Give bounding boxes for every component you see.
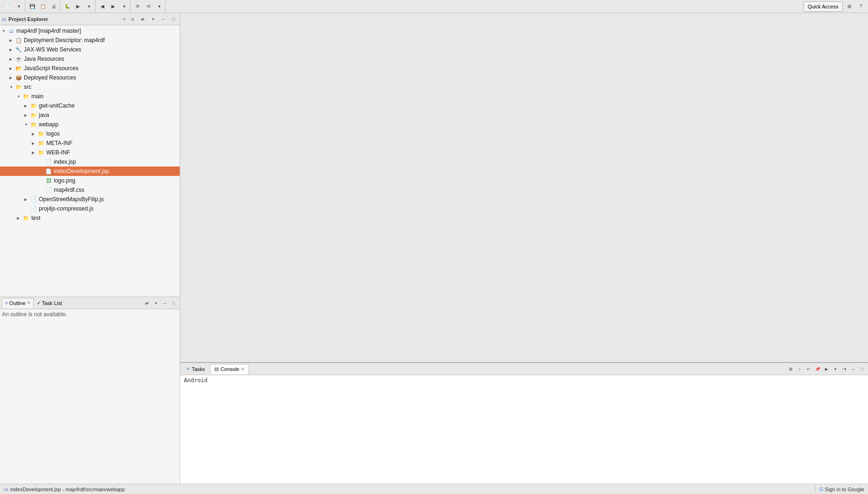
console-maximize[interactable]: □: [858, 365, 866, 373]
outline-minimize[interactable]: ─: [160, 299, 169, 307]
tab-outline[interactable]: ≡ Outline ✕: [2, 298, 34, 308]
arrow-map4rdf: ▼: [2, 29, 7, 33]
tab-console[interactable]: ▤ Console ✕: [210, 364, 249, 374]
project-explorer-header: 🗂 Project Explorer ✕ ⇲ ⇄ ▾ ─ □: [0, 13, 180, 25]
console-open-file[interactable]: ▶: [822, 365, 831, 373]
status-right: G Sign in to Google: [815, 486, 864, 493]
tree-item-map4rdf[interactable]: ▼ 🗂 map4rdf [map4rdf master]: [0, 26, 180, 36]
tree-item-openstreet[interactable]: ▶ 📄 OpenStreetMapsByFilip.js: [0, 195, 180, 204]
status-divider: [815, 486, 816, 493]
arrow-indexdev-jsp: [39, 169, 45, 174]
back-button[interactable]: ◀: [97, 1, 108, 12]
arrow-java: ▶: [24, 113, 30, 117]
tree-item-meta-inf[interactable]: ▶ 📁 META-INF: [0, 138, 180, 148]
label-proj4js: proj4js-compressed.js: [39, 205, 94, 212]
tree-item-java[interactable]: ▶ 📁 java: [0, 110, 180, 120]
print-button[interactable]: 🖨: [49, 1, 59, 12]
save-button[interactable]: 💾: [27, 1, 37, 12]
console-dropdown[interactable]: ▾: [831, 365, 839, 373]
console-clear-button[interactable]: ⊠: [787, 365, 795, 373]
console-scroll-lock[interactable]: ↕: [795, 365, 804, 373]
tree-item-test[interactable]: ▶ 📁 test: [0, 213, 180, 223]
left-panel: 🗂 Project Explorer ✕ ⇲ ⇄ ▾ ─ □ ▼ 🗂 map4r…: [0, 13, 180, 484]
misc-btn1[interactable]: ⟳: [132, 1, 143, 12]
run-button[interactable]: ▶: [73, 1, 83, 12]
toolbar-group-nav: ◀ ▶ ▾: [96, 0, 131, 13]
label-map4rdf-css: map4rdf.css: [54, 187, 84, 193]
label-main: main: [31, 93, 44, 100]
tree-item-logos[interactable]: ▶ 📁 logos: [0, 129, 180, 138]
arrow-gwt: ▶: [24, 104, 30, 108]
outline-maximize[interactable]: □: [169, 299, 178, 307]
main-layout: 🗂 Project Explorer ✕ ⇲ ⇄ ▾ ─ □ ▼ 🗂 map4r…: [0, 13, 868, 484]
console-label: Android: [184, 377, 208, 384]
outline-tab-icon: ≡: [5, 300, 8, 305]
arrow-deployed: ▶: [9, 76, 15, 80]
console-tab-close[interactable]: ✕: [241, 367, 245, 371]
tree-item-src[interactable]: ▼ 📁 src: [0, 82, 180, 92]
outline-sync-button[interactable]: ⇄: [143, 299, 151, 307]
outline-view-menu[interactable]: ▾: [152, 299, 160, 307]
proj4js-icon: 📄: [30, 205, 37, 212]
tab-task-list[interactable]: ✓ Task List: [34, 298, 66, 308]
toolbar-dropdown-1[interactable]: ▾: [14, 1, 24, 12]
tree-item-indexdev-jsp[interactable]: 📄 indexDevelopment.jsp: [0, 167, 180, 176]
console-tab-icon: ▤: [214, 366, 219, 371]
run-dropdown[interactable]: ▾: [84, 1, 94, 12]
tree-item-gwt[interactable]: ▶ 📁 gwt-unitCache: [0, 101, 180, 110]
js-resources-icon: 📂: [15, 65, 22, 72]
misc-dropdown[interactable]: ▾: [154, 1, 164, 12]
explorer-view-menu[interactable]: ▾: [149, 15, 157, 23]
forward-button[interactable]: ▶: [108, 1, 118, 12]
console-tab-label: Console: [220, 366, 239, 372]
arrow-jaxws: ▶: [9, 48, 15, 52]
help-button[interactable]: ?: [856, 1, 866, 12]
label-deployed: Deployed Resources: [24, 74, 76, 81]
project-explorer-section: 🗂 Project Explorer ✕ ⇲ ⇄ ▾ ─ □ ▼ 🗂 map4r…: [0, 13, 180, 297]
console-pin-button[interactable]: 📌: [813, 365, 822, 373]
outline-tab-close[interactable]: ✕: [27, 301, 30, 305]
outline-tab-label: Outline: [9, 300, 26, 306]
tab-tasks[interactable]: ✔ Tasks: [182, 364, 209, 374]
console-minimize[interactable]: ─: [849, 365, 857, 373]
label-openstreet: OpenStreetMapsByFilip.js: [39, 196, 104, 203]
tree-item-index-jsp[interactable]: 📄 index.jsp: [0, 157, 180, 167]
save-all-button[interactable]: 📋: [38, 1, 48, 12]
explorer-maximize[interactable]: □: [169, 15, 178, 23]
jaxws-icon: 🔧: [15, 46, 22, 53]
explorer-minimize[interactable]: ─: [159, 15, 168, 23]
google-icon: G: [819, 487, 824, 492]
tree-item-logo-png[interactable]: 🖼 logo.png: [0, 176, 180, 185]
new-button[interactable]: 📄: [3, 1, 13, 12]
quick-access-button[interactable]: Quick Access: [803, 1, 843, 12]
console-toolbar-right: ⊠ ↕ ↵ 📌 ▶ ▾ ↑▾ ─ □: [787, 365, 866, 373]
collapse-all-button[interactable]: ⇲: [128, 15, 137, 23]
label-index-jsp: index.jsp: [54, 159, 76, 165]
tree-item-web-inf[interactable]: ▶ 📁 WEB-INF: [0, 148, 180, 157]
tree-item-js-resources[interactable]: ▶ 📂 JavaScript Resources: [0, 64, 180, 73]
tree-item-map4rdf-css[interactable]: 📄 map4rdf.css: [0, 185, 180, 195]
link-editor-button[interactable]: ⇄: [139, 15, 147, 23]
console-word-wrap[interactable]: ↵: [804, 365, 813, 373]
logos-icon: 📁: [37, 130, 45, 138]
tree-item-jaxws[interactable]: ▶ 🔧 JAX-WS Web Services: [0, 45, 180, 54]
misc-btn2[interactable]: ⟲: [143, 1, 153, 12]
sign-in-google-button[interactable]: G Sign in to Google: [819, 487, 864, 492]
tree-item-java-resources[interactable]: ▶ ☕ Java Resources: [0, 54, 180, 64]
perspectives-button[interactable]: ⊞: [844, 1, 855, 12]
map4rdf-css-icon: 📄: [45, 186, 52, 194]
console-out-dropdown[interactable]: ↑▾: [840, 365, 848, 373]
tree-item-proj4js[interactable]: 📄 proj4js-compressed.js: [0, 204, 180, 213]
tree-item-deployed[interactable]: ▶ 📦 Deployed Resources: [0, 73, 180, 82]
tree-item-deployment[interactable]: ▶ 📋 Deployment Descriptor: map4rdf: [0, 36, 180, 45]
tree-item-webapp[interactable]: ▼ 📁 webapp: [0, 120, 180, 129]
arrow-webapp: ▼: [24, 123, 30, 127]
arrow-src: ▼: [9, 85, 15, 89]
debug-button[interactable]: 🐛: [62, 1, 73, 12]
tree-item-main[interactable]: ▼ 📁 main: [0, 92, 180, 101]
close-tab-marker: ✕: [123, 17, 126, 22]
nav-dropdown[interactable]: ▾: [119, 1, 129, 12]
sign-in-label: Sign in to Google: [825, 487, 864, 492]
gwt-icon: 📁: [30, 102, 37, 109]
label-webapp: webapp: [39, 121, 58, 128]
